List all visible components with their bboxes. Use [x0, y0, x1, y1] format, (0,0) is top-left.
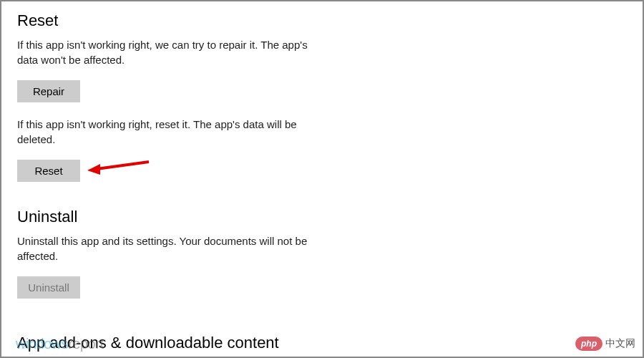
uninstall-heading: Uninstall: [17, 208, 627, 226]
reset-description: If this app isn't working right, reset i…: [17, 117, 325, 147]
reset-heading: Reset: [17, 11, 627, 30]
svg-marker-1: [87, 164, 100, 175]
watermark-phpcn: php 中文网: [575, 337, 635, 351]
annotation-arrow-icon: [86, 156, 150, 178]
watermark-cn-text: 中文网: [605, 337, 635, 350]
repair-button[interactable]: Repair: [17, 80, 80, 102]
uninstall-description: Uninstall this app and its settings. You…: [17, 233, 325, 263]
svg-line-0: [97, 162, 149, 169]
reset-button[interactable]: Reset: [17, 160, 80, 182]
uninstall-button[interactable]: Uninstall: [17, 276, 80, 299]
repair-description: If this app isn't working right, we can …: [17, 37, 325, 67]
watermark-php-pill: php: [575, 337, 602, 351]
addons-heading: App add-ons & downloadable content: [17, 334, 279, 352]
